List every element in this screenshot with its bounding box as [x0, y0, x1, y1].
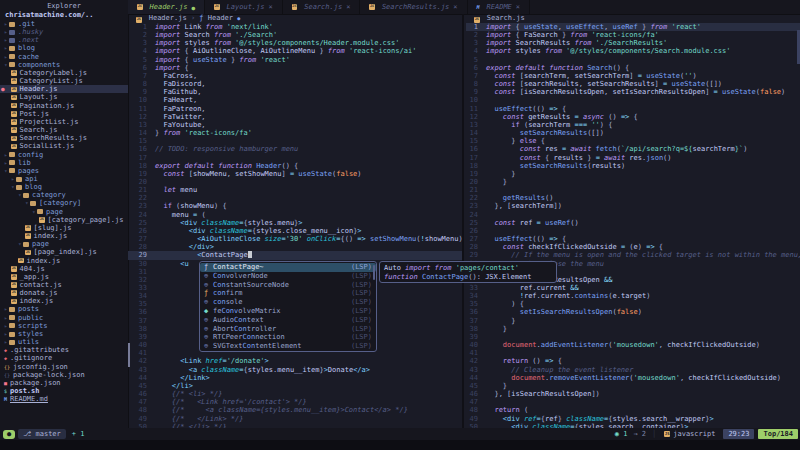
completion-item[interactable]: ⊕console(LSP)	[200, 298, 376, 307]
tree-item-scripts[interactable]: ▸scripts	[0, 322, 128, 330]
code-line[interactable]: 18export default function Header() {	[128, 162, 462, 170]
code-line[interactable]: 22 getResults()	[466, 194, 800, 202]
code-line[interactable]: 44 document.removeEventListener('mousedo…	[466, 374, 800, 382]
code-line[interactable]: 42 <Link href='/donate'>	[128, 357, 462, 365]
code-line[interactable]: 13 if (searchTerm === '') {	[466, 121, 800, 129]
tree-item-[category_page].js[interactable]: JS[category_page].js	[0, 216, 128, 224]
close-icon[interactable]: ×	[269, 3, 273, 11]
code-line[interactable]: 16// TODO: responsive hamburger menu	[128, 145, 462, 153]
tree-item-category[interactable]: ▾category	[0, 191, 128, 199]
code-line[interactable]: 48 return (	[466, 406, 800, 414]
code-line[interactable]: 45 }	[466, 382, 800, 390]
completion-item[interactable]: ⊕SVGTextContentElement(LSP)	[200, 342, 376, 351]
code-line[interactable]: 4import { AiOutlineClose, AiOutlineMenu …	[128, 47, 462, 55]
editor-search-js[interactable]: 1import { useState, useEffect, useRef } …	[466, 23, 800, 428]
code-line[interactable]: 47	[466, 398, 800, 406]
tree-item-cache[interactable]: ▸cache	[0, 53, 128, 61]
tab-Header.js[interactable]: JSHeader.js●	[128, 0, 205, 14]
tab-README[interactable]: MREADME×	[468, 0, 531, 14]
code-line[interactable]: 3import SearchResults from './SearchResu…	[466, 39, 800, 47]
tree-item-blog[interactable]: ▸blog	[0, 44, 128, 52]
code-line[interactable]: 9 const [isSearchResultsOpen, setIsSearc…	[466, 88, 800, 96]
code-line[interactable]: 43 <a className={styles.menu__item}>Dona…	[128, 366, 462, 374]
code-line[interactable]: 8 const [searchResults, setSearchResults…	[466, 80, 800, 88]
left-pane-scroll-indicator[interactable]	[128, 343, 130, 367]
tree-item-ProjectList.js[interactable]: JSProjectList.js	[0, 118, 128, 126]
tree-item-Post.js[interactable]: JSPost.js	[0, 110, 128, 118]
code-line[interactable]: 46 }, [isSearchResultsOpen])	[466, 390, 800, 398]
tree-item-README.md[interactable]: MREADME.md	[0, 395, 128, 403]
tab-Layout.js[interactable]: JSLayout.js×	[205, 0, 283, 14]
code-line[interactable]: 7 FaCross,	[128, 72, 462, 80]
code-line[interactable]: 12 FaTwitter,	[128, 113, 462, 121]
completion-item[interactable]: ⊕RTCPeerConnection(LSP)	[200, 333, 376, 342]
code-line[interactable]: 21	[466, 186, 800, 194]
code-line[interactable]: 28 </div>	[128, 243, 462, 251]
git-branch[interactable]: ⎇ master	[18, 429, 66, 439]
code-line[interactable]: 26	[466, 227, 800, 235]
breadcrumb-file[interactable]: Header.js	[149, 14, 187, 22]
diagnostic-hint[interactable]: ◉ 1	[615, 430, 628, 438]
completion-item[interactable]: ƒContactPage~(LSP)	[200, 263, 376, 272]
tree-item-[category][interactable]: ▾[category]	[0, 199, 128, 207]
code-line[interactable]: 23 if (showMenu) {	[128, 202, 462, 210]
code-line[interactable]: 44 </Link>	[128, 374, 462, 382]
code-line[interactable]: 9 FaGithub,	[128, 88, 462, 96]
code-line[interactable]: 28 const checkIfClickedOutside = (e) => …	[466, 243, 800, 251]
code-line[interactable]: 46 {/* <li> */}	[128, 390, 462, 398]
code-line[interactable]: 6import {	[128, 64, 462, 72]
code-line[interactable]: 12 const getResults = async () => {	[466, 113, 800, 121]
code-line[interactable]: 10 FaHeart,	[128, 96, 462, 104]
completion-item[interactable]: ⊕ConvolverNode(LSP)	[200, 272, 376, 281]
code-line[interactable]: 5	[466, 56, 800, 64]
code-line[interactable]: 27 <AiOutlineClose size='30' onClick={()…	[128, 235, 462, 243]
tab-Search.js[interactable]: JSSearch.js×	[283, 0, 361, 14]
tree-item-.next[interactable]: ▸.next	[0, 36, 128, 44]
tree-item-SocialList.js[interactable]: JSSocialList.js	[0, 142, 128, 150]
code-line[interactable]: 17 const { results } = await res.json()	[466, 154, 800, 162]
code-line[interactable]: 22	[128, 194, 462, 202]
completion-item[interactable]: ◆feConvolveMatrix(LSP)	[200, 307, 376, 316]
code-line[interactable]: 3import styles from '@/styles/components…	[128, 39, 462, 47]
completion-item[interactable]: ƒconfirm(LSP)	[200, 289, 376, 298]
code-line[interactable]: 25 <div className={styles.menu}>	[128, 219, 462, 227]
close-icon[interactable]: ×	[453, 3, 457, 11]
code-line[interactable]: 41	[466, 349, 800, 357]
tree-item-.gitignore[interactable]: ◆.gitignore	[0, 354, 128, 362]
tree-item-[page_index].js[interactable]: JS[page_index].js	[0, 248, 128, 256]
code-line[interactable]: 35 ) {	[466, 300, 800, 308]
tree-item-.husky[interactable]: ▸.husky	[0, 28, 128, 36]
code-line[interactable]: 36 setIsSearchResultsOpen(false)	[466, 308, 800, 316]
close-icon[interactable]: ×	[516, 3, 520, 11]
breadcrumb-symbol[interactable]: Header	[208, 14, 233, 22]
breadcrumb-file[interactable]: Search.js	[487, 14, 525, 22]
tree-item-Layout.js[interactable]: JSLayout.js	[0, 93, 128, 101]
code-line[interactable]: 15	[128, 137, 462, 145]
explorer-root-path[interactable]: chrisatmachine.com/..	[0, 11, 128, 20]
tree-item-package.json[interactable]: ■package.json	[0, 379, 128, 387]
tree-item-styles[interactable]: ▸styles	[0, 330, 128, 338]
tree-item-page[interactable]: ▾page	[0, 240, 128, 248]
code-line[interactable]: 18 setSearchResults(results)	[466, 162, 800, 170]
completion-item[interactable]: ⊕AbortController(LSP)	[200, 325, 376, 334]
code-line[interactable]: 25 const ref = useRef()	[466, 219, 800, 227]
code-line[interactable]: 13 FaYoutube,	[128, 121, 462, 129]
code-line[interactable]: 2import Search from './Search'	[128, 31, 462, 39]
tree-item-blog[interactable]: ▾blog	[0, 183, 128, 191]
tree-item-CategoryList.js[interactable]: JSCategoryList.js	[0, 77, 128, 85]
code-line[interactable]: 47 {/* <Link href='/contact'> */}	[128, 398, 462, 406]
tree-item-post.sh[interactable]: $post.sh	[0, 387, 128, 395]
code-line[interactable]: 20	[128, 178, 462, 186]
code-line[interactable]: 38 }	[466, 325, 800, 333]
tree-item-donate.js[interactable]: JSdonate.js	[0, 289, 128, 297]
code-line[interactable]: 14} from 'react-icons/fa'	[128, 129, 462, 137]
tree-item-index.js[interactable]: JSindex.js	[0, 257, 128, 265]
tree-item-components[interactable]: ▾components	[0, 61, 128, 69]
code-line[interactable]: 45 </li>	[128, 382, 462, 390]
tree-item-page[interactable]: ▾page	[0, 208, 128, 216]
tree-item-_app.js[interactable]: JS_app.js	[0, 273, 128, 281]
code-line[interactable]: 24	[466, 211, 800, 219]
popup-scrollbar-thumb[interactable]	[373, 265, 375, 280]
code-line[interactable]: 11 FaPatreon,	[128, 105, 462, 113]
code-line[interactable]: 19 const [showMenu, setShowMenu] = useSt…	[128, 170, 462, 178]
